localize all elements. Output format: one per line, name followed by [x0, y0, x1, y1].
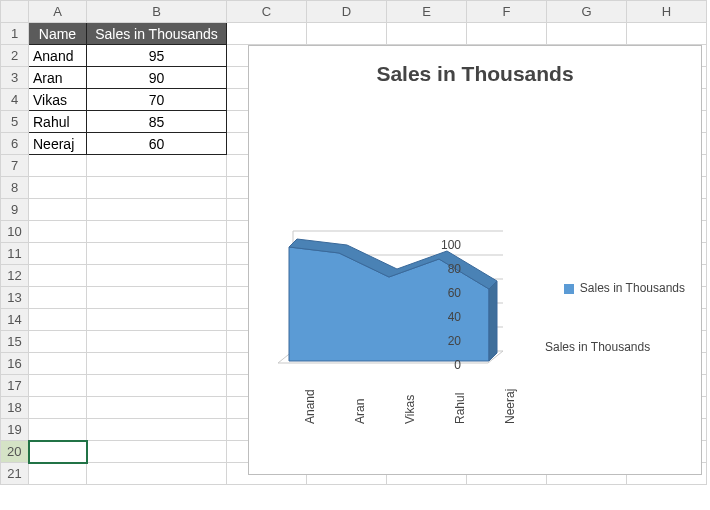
row-header-11[interactable]: 11 — [1, 243, 29, 265]
x-tick-1: Aran — [353, 399, 367, 424]
y-tick-3: 60 — [431, 286, 461, 300]
select-all-corner[interactable] — [1, 1, 29, 23]
area-series-side — [489, 281, 497, 361]
cell[interactable] — [87, 463, 227, 485]
cell[interactable] — [29, 397, 87, 419]
cell[interactable] — [29, 287, 87, 309]
row-header-10[interactable]: 10 — [1, 221, 29, 243]
row-header-20[interactable]: 20 — [1, 441, 29, 463]
y-tick-2: 40 — [431, 310, 461, 324]
row-header-8[interactable]: 8 — [1, 177, 29, 199]
cell-A3[interactable]: Aran — [29, 67, 87, 89]
cell[interactable] — [87, 243, 227, 265]
cell-A6[interactable]: Neeraj — [29, 133, 87, 155]
row-header-7[interactable]: 7 — [1, 155, 29, 177]
cell[interactable] — [87, 265, 227, 287]
x-tick-2: Vikas — [403, 395, 417, 424]
cell[interactable] — [227, 23, 307, 45]
cell[interactable] — [387, 23, 467, 45]
cell[interactable] — [87, 419, 227, 441]
col-header-A[interactable]: A — [29, 1, 87, 23]
row-header-6[interactable]: 6 — [1, 133, 29, 155]
cell-B4[interactable]: 70 — [87, 89, 227, 111]
col-header-G[interactable]: G — [547, 1, 627, 23]
y-tick-0: 0 — [431, 358, 461, 372]
row-header-5[interactable]: 5 — [1, 111, 29, 133]
cell[interactable] — [547, 23, 627, 45]
col-header-D[interactable]: D — [307, 1, 387, 23]
chart-title: Sales in Thousands — [249, 46, 701, 86]
row-header-15[interactable]: 15 — [1, 331, 29, 353]
row-header-2[interactable]: 2 — [1, 45, 29, 67]
cell-B1[interactable]: Sales in Thousands — [87, 23, 227, 45]
cell[interactable] — [29, 353, 87, 375]
table-row: 1 Name Sales in Thousands — [1, 23, 707, 45]
cell[interactable] — [29, 331, 87, 353]
area-chart-plot — [273, 221, 533, 371]
depth-axis-label: Sales in Thousands — [545, 340, 650, 354]
row-header-14[interactable]: 14 — [1, 309, 29, 331]
cell[interactable] — [29, 155, 87, 177]
x-tick-4: Neeraj — [503, 389, 517, 424]
cell[interactable] — [87, 441, 227, 463]
row-header-16[interactable]: 16 — [1, 353, 29, 375]
cell[interactable] — [29, 199, 87, 221]
cell[interactable] — [87, 287, 227, 309]
cell-A4[interactable]: Vikas — [29, 89, 87, 111]
row-header-3[interactable]: 3 — [1, 67, 29, 89]
cell-B6[interactable]: 60 — [87, 133, 227, 155]
cell[interactable] — [87, 397, 227, 419]
cell[interactable] — [87, 199, 227, 221]
col-header-H[interactable]: H — [627, 1, 707, 23]
cell[interactable] — [627, 23, 707, 45]
row-header-17[interactable]: 17 — [1, 375, 29, 397]
cell-A1[interactable]: Name — [29, 23, 87, 45]
col-header-E[interactable]: E — [387, 1, 467, 23]
col-header-B[interactable]: B — [87, 1, 227, 23]
y-tick-4: 80 — [431, 262, 461, 276]
cell[interactable] — [467, 23, 547, 45]
row-header-19[interactable]: 19 — [1, 419, 29, 441]
cell[interactable] — [87, 177, 227, 199]
row-header-12[interactable]: 12 — [1, 265, 29, 287]
cell[interactable] — [87, 155, 227, 177]
cell[interactable] — [29, 309, 87, 331]
legend-swatch — [564, 284, 574, 294]
row-header-21[interactable]: 21 — [1, 463, 29, 485]
cell[interactable] — [307, 23, 387, 45]
cell[interactable] — [29, 177, 87, 199]
cell[interactable] — [87, 353, 227, 375]
row-header-9[interactable]: 9 — [1, 199, 29, 221]
cell[interactable] — [87, 309, 227, 331]
row-header-1[interactable]: 1 — [1, 23, 29, 45]
row-header-18[interactable]: 18 — [1, 397, 29, 419]
cell[interactable] — [29, 441, 87, 463]
legend-label: Sales in Thousands — [580, 281, 685, 295]
cell-B5[interactable]: 85 — [87, 111, 227, 133]
row-header-4[interactable]: 4 — [1, 89, 29, 111]
cell-A2[interactable]: Anand — [29, 45, 87, 67]
cell-A5[interactable]: Rahul — [29, 111, 87, 133]
cell-B3[interactable]: 90 — [87, 67, 227, 89]
cell[interactable] — [87, 331, 227, 353]
x-tick-3: Rahul — [453, 393, 467, 424]
row-header-13[interactable]: 13 — [1, 287, 29, 309]
y-tick-1: 20 — [431, 334, 461, 348]
cell[interactable] — [29, 419, 87, 441]
x-tick-0: Anand — [303, 389, 317, 424]
col-header-F[interactable]: F — [467, 1, 547, 23]
cell[interactable] — [29, 463, 87, 485]
cell[interactable] — [87, 221, 227, 243]
cell[interactable] — [29, 243, 87, 265]
col-header-C[interactable]: C — [227, 1, 307, 23]
cell-B2[interactable]: 95 — [87, 45, 227, 67]
cell[interactable] — [29, 375, 87, 397]
cell[interactable] — [87, 375, 227, 397]
chart-legend: Sales in Thousands — [564, 281, 685, 295]
cell[interactable] — [29, 265, 87, 287]
chart-object[interactable]: Sales in Thousands 0 20 40 60 80 100 Ana… — [248, 45, 702, 475]
cell[interactable] — [29, 221, 87, 243]
y-tick-5: 100 — [431, 238, 461, 252]
